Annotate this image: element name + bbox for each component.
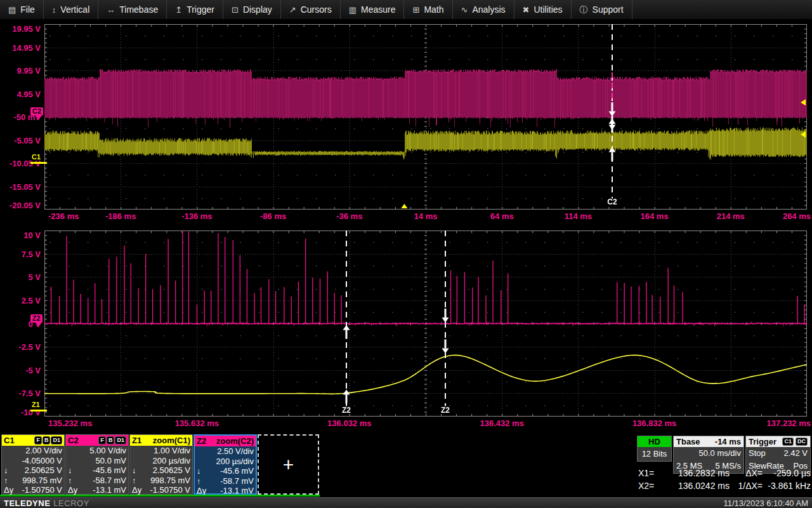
x-axis-label: -186 ms [105, 211, 136, 221]
descriptor-row: 50.0 mV [66, 456, 128, 466]
x-axis-label: 135.232 ms [48, 418, 92, 428]
menu-display[interactable]: ⊡Display [223, 0, 281, 19]
row-value: 2.50625 V [145, 465, 190, 476]
badge-b: B [43, 436, 51, 444]
descriptor-row: ↑998.75 mV [130, 476, 192, 486]
brand-logo: TELEDYNELECROY [4, 498, 89, 508]
c1-offset-marker[interactable]: C1 [32, 153, 41, 161]
badge-b: B [107, 436, 115, 444]
x-axis-label: -36 ms [336, 211, 362, 221]
row-value: 50.0 mV [81, 456, 126, 466]
descriptor-header: Z2zoom(C2) [195, 436, 256, 446]
hd-title: HD [648, 436, 660, 447]
row-prefix [68, 456, 81, 466]
display-icon: ⊡ [232, 6, 239, 14]
menu-trigger[interactable]: ↥Trigger [167, 0, 223, 19]
trace-name: Z2 [197, 436, 206, 446]
x-axis-label: 114 ms [565, 211, 592, 221]
menu-label: Math [424, 4, 443, 15]
y-axis-label: 14.95 V [0, 43, 41, 52]
hd-header: HD [638, 436, 671, 447]
y-axis-label: -7.5 V [0, 389, 41, 398]
badge-f: F [34, 436, 42, 444]
analysis-icon: ∿ [461, 6, 468, 14]
row-prefix: ↑ [4, 476, 16, 486]
z2-offset-marker[interactable]: Z2 [30, 314, 43, 323]
c1-offset-marker-pointer [30, 162, 47, 164]
y-axis-label: -5 V [0, 365, 41, 375]
support-icon: ⓘ [580, 6, 588, 14]
x-axis-label: 135.632 ms [175, 418, 219, 428]
menu-label: Measure [361, 4, 395, 15]
trace-name: Z1 [132, 435, 141, 446]
menu-vertical[interactable]: ↕Vertical [44, 0, 98, 19]
x-axis-label: 136.432 ms [480, 418, 523, 428]
descriptor-header: C2FBD1 [66, 435, 128, 446]
main-grid-canvas[interactable] [44, 24, 807, 210]
row-value: 998.75 mV [145, 476, 190, 486]
zoom-grid-canvas[interactable] [44, 231, 807, 417]
menu-math[interactable]: ⊞Math [404, 0, 452, 19]
menu-cursors[interactable]: ↗Cursors [281, 0, 341, 19]
c2-offset-marker[interactable]: C2 [30, 107, 43, 116]
menu-bar: ▤File↕Vertical↔Timebase↥Trigger⊡Display↗… [0, 0, 812, 19]
menu-support[interactable]: ⓘSupport [572, 0, 632, 19]
timebase-title: Tbase [676, 436, 700, 447]
descriptor-row: 200 µs/div [130, 456, 192, 466]
x-axis-label: 136.032 ms [327, 418, 371, 428]
row-value: -1.50750 V [16, 485, 62, 495]
descriptor-c1[interactable]: C1FBD12.00 V/div-4.05000 V↓2.50625 V↑998… [1, 434, 65, 495]
trigger-mode: Stop [749, 447, 766, 460]
menu-utilities[interactable]: ✖Utilities [514, 0, 572, 19]
menu-measure[interactable]: ▥Measure [341, 0, 405, 19]
menu-label: File [20, 4, 35, 15]
y-axis-label: 10 V [0, 231, 41, 240]
descriptor-row: 200 µs/div [195, 457, 256, 467]
y-axis-label: -5.05 V [0, 135, 41, 145]
row-prefix [132, 456, 145, 466]
row-prefix [132, 446, 145, 456]
row-value: -13.1 mV [81, 485, 126, 495]
descriptor-underline [0, 495, 320, 497]
row-prefix [4, 446, 16, 456]
row-value: 1.00 V/div [145, 446, 190, 456]
y-axis-label: -2.5 V [0, 342, 41, 352]
row-value: 5.00 V/div [81, 446, 126, 456]
x-axis-label: 137.232 ms [767, 418, 811, 428]
descriptor-z2[interactable]: Z2zoom(C2)2.50 V/div200 µs/div↓-45.6 mV↑… [193, 434, 257, 495]
row-value: 2.50625 V [16, 465, 62, 476]
descriptor-row: Δy-1.50750 V [130, 485, 192, 495]
menu-label: Utilities [534, 4, 562, 15]
y-axis-label: 2.5 V [0, 295, 41, 305]
x-axis-label: 264 ms [783, 211, 811, 221]
z1-offset-marker[interactable]: Z1 [32, 401, 40, 409]
descriptor-c2[interactable]: C2FBD15.00 V/div50.0 mV↓-45.6 mV↑-58.7 m… [65, 434, 129, 495]
z1-offset-marker-pointer [30, 410, 47, 411]
c2-offset-marker-pointer [36, 116, 42, 119]
row-prefix [197, 446, 209, 457]
acquisition-badges: FBD1 [98, 436, 126, 444]
row-prefix [197, 457, 209, 467]
y-axis-label: -20.05 V [0, 201, 41, 210]
x-axis-label: 64 ms [490, 211, 514, 221]
menu-timebase[interactable]: ↔Timebase [98, 0, 167, 19]
trigger-header: Trigger C1DC [746, 436, 810, 447]
y-axis-label: 7.5 V [0, 249, 41, 258]
timebase-perdiv: 50.0 ms/div [674, 447, 743, 460]
menu-file[interactable]: ▤File [0, 0, 44, 19]
menu-label: Support [593, 4, 624, 15]
row-prefix: ↑ [132, 476, 145, 486]
x-axis-label: 164 ms [641, 211, 669, 221]
utilities-icon: ✖ [523, 6, 530, 14]
row-value: 200 µs/div [145, 456, 190, 466]
row-prefix: ↓ [68, 465, 81, 476]
descriptor-z1[interactable]: Z1zoom(C1)1.00 V/div200 µs/div↓2.50625 V… [129, 434, 193, 495]
descriptor-row: 2.50 V/div [195, 446, 256, 457]
descriptor-row: ↓-45.6 mV [195, 466, 256, 476]
add-trace-button[interactable]: + [258, 434, 319, 495]
menu-analysis[interactable]: ∿Analysis [453, 0, 514, 19]
descriptor-header: Z1zoom(C1) [130, 435, 192, 446]
acquisition-badges: FBD1 [34, 436, 62, 444]
hd-bits: 12 Bits [638, 447, 671, 461]
hd-panel[interactable]: HD 12 Bits [637, 436, 672, 462]
